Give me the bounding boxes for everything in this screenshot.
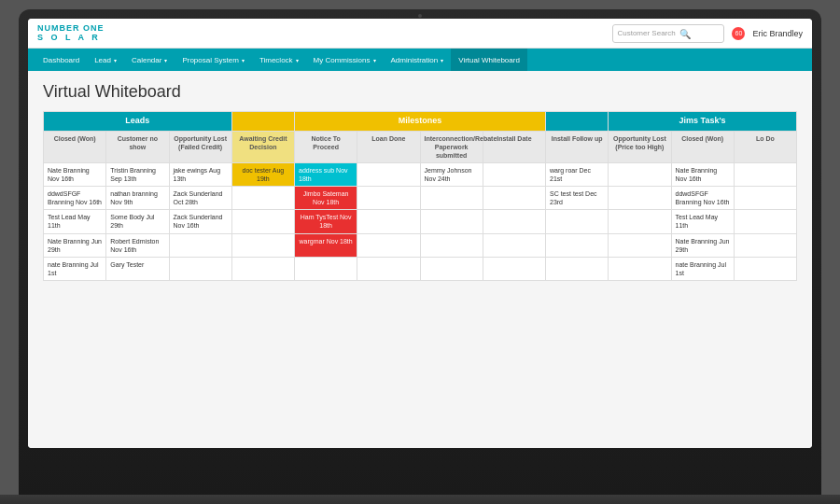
r3-interconnection	[420, 210, 483, 233]
r1-closed-won2: Nate Branning Nov 16th	[671, 162, 734, 186]
page-title: Virtual Whiteboard	[43, 82, 797, 102]
r4-opp-lost	[169, 233, 231, 257]
r4-install-date	[483, 233, 545, 257]
col-notice: Notice To Proceed	[295, 131, 357, 162]
col-opp-lost: Opportunity Lost (Failed Credit)	[169, 131, 231, 162]
r3-notice: Ham TysTest Nov 18th	[295, 210, 357, 233]
nav-timeclock[interactable]: Timeclock ▾	[252, 49, 306, 71]
col-lo: Lo Do	[734, 131, 796, 162]
section-header-row: Leads Milestones Jims Task's	[44, 112, 797, 132]
r5-opp-lost	[169, 257, 231, 280]
r2-opp-lost2	[609, 187, 671, 210]
r4-install-follow	[546, 233, 609, 257]
r1-loan-done	[357, 162, 420, 186]
r3-closed-won2: Test Lead May 11th	[671, 210, 734, 233]
search-icon[interactable]: 🔍	[679, 29, 689, 38]
user-name: Eric Brandley	[752, 29, 803, 38]
r3-closed-won: Test Lead May 11th	[44, 210, 106, 233]
nav-commissions[interactable]: My Commissions ▾	[306, 49, 384, 71]
r2-install-follow: SC test test Dec 23rd	[546, 187, 609, 210]
table-row: Nate Branning Jun 29th Robert Edmiston N…	[44, 233, 797, 257]
nav-whiteboard[interactable]: Virtual Whiteboard	[451, 49, 527, 71]
laptop-screen: NUMBER ONE S O L A R Customer Search 🔍 6…	[28, 19, 812, 448]
r3-install-date	[483, 210, 545, 233]
install-header	[546, 112, 609, 132]
nav-whiteboard-label: Virtual Whiteboard	[458, 56, 520, 64]
nav-timeclock-label: Timeclock	[259, 56, 293, 64]
nav-calendar-label: Calendar	[132, 56, 161, 64]
r4-no-show: Robert Edmiston Nov 16th	[106, 233, 169, 257]
r5-awaiting	[231, 257, 294, 280]
logo-line2: S O L A R	[37, 34, 105, 43]
table-row: Test Lead May 11th Some Body Jul 29th Za…	[44, 210, 797, 233]
r5-install-date	[483, 257, 545, 280]
laptop-base	[0, 495, 840, 504]
r5-loan-done	[357, 257, 420, 280]
nav-proposal[interactable]: Proposal System ▾	[175, 49, 251, 71]
r3-awaiting	[231, 210, 294, 233]
r5-notice	[295, 257, 357, 280]
r2-notice: Jimbo Sateman Nov 18th	[295, 187, 357, 210]
main-content: Virtual Whiteboard Leads Milestones Jims…	[28, 71, 812, 448]
r5-no-show: Gary Tester	[106, 257, 169, 280]
nav-administration[interactable]: Administration ▾	[384, 49, 452, 71]
milestones-section-header: Milestones	[295, 112, 546, 132]
nav-calendar[interactable]: Calendar ▾	[124, 49, 175, 71]
r5-install-follow	[546, 257, 609, 280]
search-placeholder: Customer Search	[617, 29, 675, 37]
nav-administration-label: Administration	[391, 56, 439, 64]
col-interconnection: Interconnection/Rebate Paperwork submitt…	[420, 131, 483, 162]
col-install-follow: Install Follow up	[546, 131, 609, 162]
r3-loan-done	[357, 210, 420, 233]
r3-opp-lost2	[609, 210, 671, 233]
r4-closed-won: Nate Branning Jun 29th	[44, 233, 106, 257]
r2-install-date	[483, 187, 545, 210]
search-bar[interactable]: Customer Search 🔍	[612, 24, 724, 43]
awaiting-header	[231, 112, 294, 132]
col-awaiting-credit: Awaiting Credit Decision	[231, 131, 294, 162]
r2-interconnection	[420, 187, 483, 210]
r3-opp-lost: Zack Sunderland Nov 16th	[169, 210, 231, 233]
r5-closed-won: nate Branning Jul 1st	[44, 257, 106, 280]
r5-opp-lost2	[609, 257, 671, 280]
logo: NUMBER ONE S O L A R	[37, 24, 105, 43]
nav-administration-arrow: ▾	[441, 57, 443, 63]
nav-lead-label: Lead	[94, 56, 111, 64]
screen-content: NUMBER ONE S O L A R Customer Search 🔍 6…	[28, 19, 812, 448]
table-row: Nate Branning Nov 16th Tristin Branning …	[44, 162, 797, 186]
nav-calendar-arrow: ▾	[164, 57, 167, 63]
r1-notice: address sub Nov 18th	[295, 162, 357, 186]
r2-opp-lost: Zack Sunderland Oct 28th	[169, 187, 231, 210]
nav-lead-arrow: ▾	[114, 57, 117, 63]
r2-awaiting	[231, 187, 294, 210]
r1-interconnection: Jemmy Johnson Nov 24th	[420, 162, 483, 186]
laptop-frame: NUMBER ONE S O L A R Customer Search 🔍 6…	[19, 9, 821, 495]
nav-lead[interactable]: Lead ▾	[87, 49, 124, 71]
table-row: nate Branning Jul 1st Gary Tester nate B…	[44, 257, 797, 280]
r3-no-show: Some Body Jul 29th	[106, 210, 169, 233]
top-bar: NUMBER ONE S O L A R Customer Search 🔍 6…	[28, 19, 812, 49]
nav-commissions-arrow: ▾	[373, 57, 376, 63]
notification-badge[interactable]: 60	[732, 27, 745, 40]
r1-awaiting: doc tester Aug 19th	[231, 162, 294, 186]
r4-loan-done	[357, 233, 420, 257]
r1-closed-won: Nate Branning Nov 16th	[44, 162, 106, 186]
r4-lo	[734, 233, 796, 257]
jims-section-header: Jims Task's	[609, 112, 797, 132]
whiteboard-table: Leads Milestones Jims Task's Closed (Won…	[43, 111, 797, 281]
r4-awaiting	[231, 233, 294, 257]
r5-lo	[734, 257, 796, 280]
r1-install-follow: warg roar Dec 21st	[546, 162, 609, 186]
nav-dashboard[interactable]: Dashboard	[35, 49, 87, 71]
r2-closed-won: ddwdSFGF Branning Nov 16th	[44, 187, 106, 210]
r1-opp-lost2	[609, 162, 671, 186]
nav-timeclock-arrow: ▾	[296, 57, 299, 63]
r4-interconnection	[420, 233, 483, 257]
r2-no-show: nathan branning Nov 9th	[106, 187, 169, 210]
notification-count: 60	[735, 30, 743, 36]
r1-no-show: Tristin Branning Sep 13th	[106, 162, 169, 186]
r1-install-date	[483, 162, 545, 186]
r3-lo	[734, 210, 796, 233]
nav-commissions-label: My Commissions	[314, 56, 371, 64]
r1-opp-lost: jake ewings Aug 13th	[169, 162, 231, 186]
